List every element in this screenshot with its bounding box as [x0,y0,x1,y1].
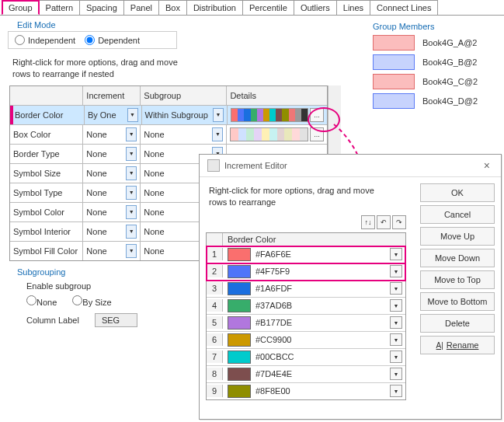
member-item[interactable]: Book4G_C@2 [373,74,497,89]
group-members-title: Group Members [373,22,497,31]
color-row[interactable]: 7#00CBCC▼ [207,349,405,366]
tab-distribution[interactable]: Distribution [186,0,243,15]
tab-percentile[interactable]: Percentile [242,0,294,15]
dropdown-icon[interactable]: ▼ [390,299,402,312]
dropdown-icon[interactable]: ▼ [390,282,402,295]
tab-outliers[interactable]: Outliers [294,0,337,15]
color-row[interactable]: 3#1A6FDF▼ [207,281,405,298]
dropdown-icon[interactable]: ▼ [126,127,137,141]
col-details: Details [227,86,327,105]
grid-row[interactable]: Box ColorNone▼None▼... [10,125,327,145]
dropdown-icon[interactable]: ▼ [126,225,137,239]
dropdown-icon[interactable]: ▼ [390,385,402,397]
redo-icon[interactable]: ↷ [392,215,406,229]
dropdown-icon[interactable]: ▼ [213,108,224,122]
dropdown-icon[interactable]: ▼ [390,316,402,329]
move-up-button[interactable]: Move Up [420,227,495,246]
radio-independent[interactable]: Independent [15,35,75,45]
editor-icon [207,159,220,172]
dropdown-icon[interactable]: ▼ [390,248,402,260]
ok-button[interactable]: OK [420,183,495,202]
color-list: Border Color 1#FA6F6E▼2#4F75F9▼3#1A6FDF▼… [206,232,406,400]
rename-button[interactable]: A|Rename [420,336,495,354]
color-row[interactable]: 2#4F75F9▼ [207,263,405,281]
col-subgroup: Subgroup [141,86,227,105]
dropdown-icon[interactable]: ▼ [127,108,138,122]
tab-box[interactable]: Box [158,0,187,15]
editor-hint: Right-click for more options, drag and m… [209,185,414,209]
color-row[interactable]: 9#8F8E00▼ [207,383,405,399]
tab-spacing[interactable]: Spacing [79,0,124,15]
column-label-value[interactable]: SEG [95,313,137,327]
color-row[interactable]: 5#B177DE▼ [207,315,405,332]
color-row[interactable]: 4#37AD6B▼ [207,298,405,315]
tab-bar: GroupPatternSpacingPanelBoxDistributionP… [0,0,504,16]
dropdown-icon[interactable]: ▼ [212,127,223,141]
color-row[interactable]: 6#CC9900▼ [207,332,405,349]
details-browse-button[interactable]: ... [310,127,324,141]
undo-icon[interactable]: ↶ [377,215,391,229]
tab-pattern[interactable]: Pattern [39,0,80,15]
member-item[interactable]: Book4G_D@2 [373,93,497,109]
tab-connect-lines[interactable]: Connect Lines [370,0,438,15]
details-browse-button[interactable]: ... [310,108,324,122]
tab-lines[interactable]: Lines [336,0,370,15]
move-to-top-button[interactable]: Move to Top [420,270,495,289]
tab-group[interactable]: Group [2,0,40,15]
tab-panel[interactable]: Panel [123,0,159,15]
dropdown-icon[interactable]: ▼ [126,147,137,161]
member-item[interactable]: Book4G_A@2 [373,35,497,51]
color-row[interactable]: 1#FA6F6E▼ [207,246,405,263]
col-increment: Increment [83,86,141,105]
close-button[interactable]: × [481,159,493,172]
dropdown-icon[interactable]: ▼ [390,351,402,363]
column-label-text: Column Label [26,316,79,325]
dropdown-icon[interactable]: ▼ [390,265,402,277]
color-row[interactable]: 8#7D4E4E▼ [207,366,405,383]
sort-icon[interactable]: ↑↓ [361,215,375,229]
group-members: Group Members Book4G_A@2Book4G_B@2Book4G… [373,22,497,109]
dropdown-icon[interactable]: ▼ [126,244,137,258]
grid-row[interactable]: Border ColorBy One▼Within Subgroup▼... [10,106,327,125]
dropdown-icon[interactable]: ▼ [390,368,402,380]
editor-title-text: Increment Editor [224,161,287,170]
increment-editor-dialog: Increment Editor × Right-click for more … [199,154,502,420]
move-to-bottom-button[interactable]: Move to Bottom [420,292,495,311]
radio-dependent[interactable]: Dependent [85,35,140,45]
move-down-button[interactable]: Move Down [420,249,495,267]
member-item[interactable]: Book4G_B@2 [373,54,497,70]
cancel-button[interactable]: Cancel [420,205,495,224]
radio-sg-bysize[interactable]: By Size [72,295,111,307]
dropdown-icon[interactable]: ▼ [126,166,137,180]
dropdown-icon[interactable]: ▼ [390,333,402,346]
dropdown-icon[interactable]: ▼ [126,186,137,200]
delete-button[interactable]: Delete [420,314,495,333]
color-col-head: Border Color [223,233,405,246]
radio-sg-none[interactable]: None [26,295,57,307]
dropdown-icon[interactable]: ▼ [126,205,137,219]
